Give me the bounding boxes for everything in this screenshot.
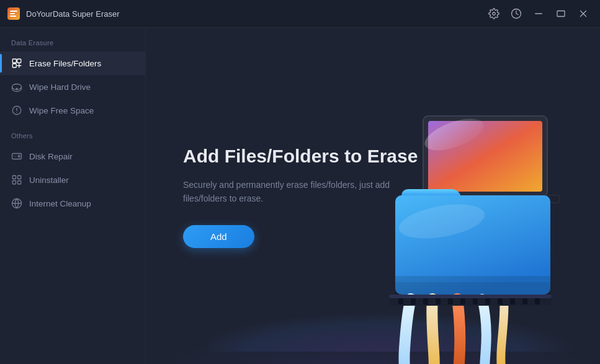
maximize-button[interactable] [552, 4, 570, 23]
sidebar-item-uninstaller[interactable]: Uninstaller [0, 168, 145, 192]
sidebar-label-wipe-hard-drive: Wipe Hard Drive [29, 82, 91, 92]
svg-point-14 [18, 156, 20, 158]
sidebar-label-internet-cleanup: Internet Cleanup [29, 199, 91, 208]
sidebar-label-uninstaller: Uninstaller [29, 175, 69, 185]
sidebar-label-wipe-free-space: Wipe Free Space [29, 106, 94, 115]
hard-drive-icon [11, 81, 22, 92]
svg-rect-9 [12, 64, 16, 68]
sidebar-label-disk-repair: Disk Repair [29, 152, 73, 161]
sidebar-item-internet-cleanup[interactable]: Internet Cleanup [0, 192, 145, 215]
svg-rect-31 [398, 298, 403, 304]
svg-rect-35 [448, 298, 453, 304]
svg-rect-18 [18, 181, 21, 184]
title-bar-left: DoYourData Super Eraser [6, 6, 120, 21]
svg-rect-32 [411, 298, 416, 304]
maximize-icon [555, 8, 566, 19]
hero-section: Add Files/Folders to Erase Securely and … [183, 144, 431, 249]
sidebar-section-data-erasure: Data Erasure [0, 39, 145, 51]
svg-point-1 [493, 12, 496, 16]
minimize-icon [533, 8, 544, 19]
svg-rect-15 [12, 175, 16, 179]
wipe-free-space-icon [11, 105, 22, 116]
svg-rect-34 [436, 298, 441, 304]
minimize-button[interactable] [529, 4, 548, 23]
svg-rect-38 [485, 298, 490, 304]
sidebar-section-others: Others [0, 132, 145, 144]
sidebar-item-erase-files[interactable]: Erase Files/Folders [0, 51, 145, 75]
svg-rect-37 [473, 298, 478, 304]
clock-icon [511, 8, 522, 19]
add-button[interactable]: Add [183, 225, 254, 248]
erase-files-icon [11, 58, 22, 69]
sidebar-item-wipe-hard-drive[interactable]: Wipe Hard Drive [0, 75, 145, 99]
settings-button[interactable] [485, 4, 503, 23]
sidebar-item-disk-repair[interactable]: Disk Repair [0, 144, 145, 168]
svg-rect-41 [522, 298, 527, 304]
svg-rect-39 [498, 298, 503, 304]
uninstaller-icon [11, 174, 22, 185]
svg-point-11 [16, 88, 17, 89]
svg-rect-42 [535, 298, 540, 304]
sidebar-separator [0, 122, 145, 132]
close-icon [578, 8, 589, 19]
app-title: DoYourData Super Eraser [26, 9, 120, 19]
history-button[interactable] [507, 4, 526, 23]
app-logo-icon [6, 6, 21, 21]
sidebar: Data Erasure Erase Files/Folders Wipe Ha… [0, 28, 146, 364]
hero-description: Securely and permanently erase files/fol… [183, 178, 394, 206]
sidebar-label-erase-files: Erase Files/Folders [29, 59, 101, 68]
svg-rect-7 [12, 59, 16, 63]
close-button[interactable] [574, 4, 593, 23]
title-bar-right [485, 4, 593, 23]
svg-rect-28 [395, 282, 550, 295]
svg-rect-4 [557, 11, 565, 17]
svg-rect-40 [510, 298, 515, 304]
sidebar-item-wipe-free-space[interactable]: Wipe Free Space [0, 99, 145, 122]
svg-rect-16 [18, 175, 21, 179]
svg-rect-30 [389, 295, 552, 298]
app-layout: Data Erasure Erase Files/Folders Wipe Ha… [0, 28, 600, 364]
svg-rect-33 [423, 298, 428, 304]
svg-rect-36 [460, 298, 465, 304]
gear-icon [488, 8, 499, 19]
internet-cleanup-icon [11, 198, 22, 209]
hero-title: Add Files/Folders to Erase [183, 144, 431, 168]
main-content: Add Files/Folders to Erase Securely and … [146, 28, 600, 364]
title-bar: DoYourData Super Eraser [0, 0, 600, 28]
svg-rect-17 [12, 181, 16, 184]
svg-rect-8 [17, 59, 21, 63]
disk-repair-icon [11, 151, 22, 162]
